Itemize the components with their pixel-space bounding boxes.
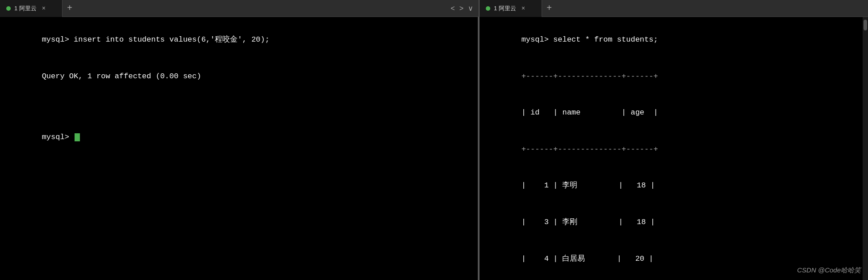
watermark: CSDN @Code哈哈笑 (797, 265, 861, 276)
tab-add-right[interactable]: + (542, 0, 556, 17)
left-line2: Query OK, 1 row affected (0.00 sec) (42, 72, 201, 81)
tab-bar-right: 1 阿里云 × + (480, 0, 868, 17)
tab-close-right[interactable]: × (522, 5, 525, 12)
right-row3: | 4 | 白居易 | 20 | (522, 255, 654, 263)
tab-nav-left: < > ∨ (449, 3, 479, 13)
nav-forward-left[interactable]: > (458, 4, 465, 13)
tab-label-right: 1 阿里云 (494, 4, 516, 13)
left-cursor (75, 133, 80, 141)
right-sep2: +------+--------------+------+ (522, 145, 658, 153)
right-container: 1 阿里云 × + mysql> select * from students;… (480, 0, 868, 280)
tab-dot-left (6, 6, 11, 11)
right-header: | id | name | age | (522, 108, 658, 117)
terminal-right-content: mysql> select * from students; +------+-… (485, 21, 863, 280)
tab-label-left: 1 阿里云 (14, 4, 37, 13)
tab-bar-left: 1 阿里云 × + < > ∨ (0, 0, 479, 17)
tab-dot-right (486, 6, 490, 11)
right-sep1: +------+--------------+------+ (522, 72, 658, 81)
right-row2: | 3 | 李刚 | 18 | (522, 218, 655, 226)
tab-close-left[interactable]: × (42, 5, 46, 12)
right-row1: | 1 | 李明 | 18 | (522, 181, 655, 190)
left-prompt: mysql> (42, 133, 74, 141)
tab-add-left[interactable]: + (63, 0, 77, 17)
nav-back-left[interactable]: < (449, 4, 456, 13)
right-line1: mysql> select * from students; (522, 35, 658, 44)
tab-right-1[interactable]: 1 阿里云 × (480, 0, 542, 17)
terminal-left[interactable]: mysql> insert into students values(6,'程咬… (0, 17, 479, 280)
scrollbar-right[interactable] (863, 17, 868, 280)
terminal-right[interactable]: mysql> select * from students; +------+-… (480, 17, 868, 280)
left-line1: mysql> insert into students values(6,'程咬… (42, 35, 270, 44)
scroll-thumb (864, 20, 867, 30)
tab-left-1[interactable]: 1 阿里云 × (0, 0, 63, 17)
terminal-left-content: mysql> insert into students values(6,'程咬… (5, 21, 472, 155)
nav-dropdown-left[interactable]: ∨ (466, 3, 475, 13)
